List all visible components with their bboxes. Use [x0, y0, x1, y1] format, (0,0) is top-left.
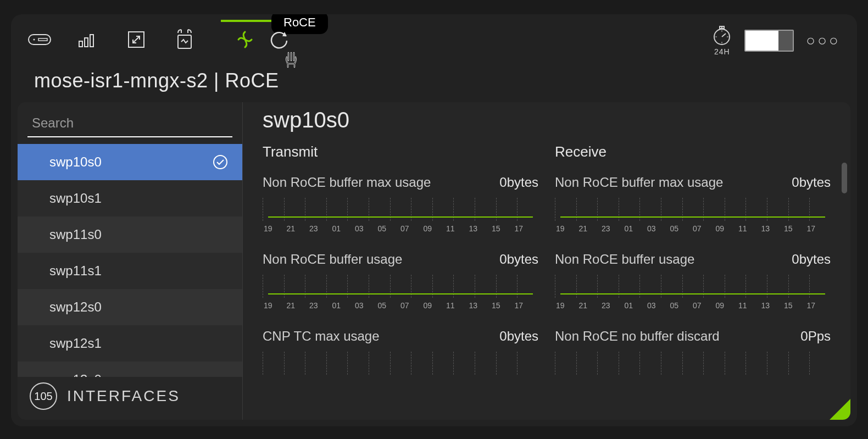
- metric-block: Non RoCE buffer usage0bytes1921230103050…: [263, 252, 538, 310]
- sparkline-xaxis: 192123010305070911131517: [555, 301, 831, 310]
- metric-name: Non RoCE buffer max usage: [263, 175, 431, 190]
- receive-heading: Receive: [555, 143, 831, 160]
- interface-footer-label: INTERFACES: [67, 387, 180, 405]
- time-range-label: 24H: [714, 47, 730, 56]
- resize-corner-icon[interactable]: [830, 399, 850, 420]
- interface-list: swp10s0swp10s1swp11s0swp11s1swp12s0swp12…: [18, 144, 242, 377]
- interface-count-badge: 105: [30, 382, 57, 410]
- interface-row[interactable]: swp13s0: [18, 362, 242, 377]
- metric-value: 0bytes: [792, 252, 831, 267]
- refresh-icon[interactable]: [267, 27, 291, 52]
- more-menu-icon[interactable]: ○○○: [806, 32, 841, 49]
- metric-name: CNP TC max usage: [263, 329, 380, 344]
- interface-row[interactable]: swp10s0: [18, 144, 242, 180]
- metric-name: Non RoCE buffer max usage: [555, 175, 723, 190]
- detail-panel: swp10s0 Transmit Non RoCE buffer max usa…: [243, 102, 850, 420]
- sparkline-chart: [263, 352, 538, 375]
- metric-block: Non RoCE buffer max usage0bytes192123010…: [263, 175, 538, 233]
- time-range-24h[interactable]: 24H: [711, 25, 732, 56]
- svg-rect-3: [79, 41, 82, 47]
- metric-name: Non RoCE buffer usage: [263, 252, 402, 267]
- svg-point-16: [214, 155, 227, 169]
- sparkline-chart: [263, 275, 538, 298]
- interface-row[interactable]: swp12s1: [18, 325, 242, 362]
- transmit-heading: Transmit: [263, 143, 538, 160]
- expand-icon[interactable]: [124, 27, 148, 52]
- svg-line-15: [722, 34, 726, 37]
- view-toggle[interactable]: [744, 30, 794, 52]
- optics-icon[interactable]: [173, 27, 197, 52]
- svg-rect-4: [85, 38, 88, 47]
- sparkline-chart: [555, 275, 831, 298]
- metric-name: Non RoCE buffer usage: [555, 252, 694, 267]
- svg-point-1: [34, 39, 35, 41]
- metric-block: CNP TC max usage0bytes: [263, 329, 538, 375]
- svg-rect-2: [38, 38, 47, 41]
- app-card: RoCE: [11, 14, 857, 426]
- metric-value: 0bytes: [499, 329, 538, 344]
- detail-scrollbar[interactable]: [842, 163, 847, 193]
- metric-block: Non RoCE buffer usage0bytes1921230103050…: [555, 252, 831, 310]
- metric-block: Non RoCE no buffer discard0Pps: [555, 329, 831, 375]
- search-input[interactable]: Search: [27, 112, 232, 137]
- metric-value: 0bytes: [792, 175, 831, 190]
- sparkline-chart: [555, 198, 831, 221]
- roce-icon[interactable]: [233, 27, 257, 52]
- stats-icon[interactable]: [76, 27, 100, 52]
- svg-rect-5: [90, 35, 93, 47]
- interface-row[interactable]: swp11s0: [18, 216, 242, 253]
- sparkline-xaxis: 192123010305070911131517: [263, 224, 538, 233]
- device-icon[interactable]: [27, 27, 52, 52]
- page-title: mose-isr1-mngx-s2 | RoCE: [34, 69, 279, 92]
- metric-name: Non RoCE no buffer discard: [555, 329, 720, 344]
- metric-value: 0bytes: [499, 252, 538, 267]
- interface-sidebar: Search swp10s0swp10s1swp11s0swp11s1swp12…: [18, 102, 243, 420]
- sparkline-chart: [263, 198, 538, 221]
- stopwatch-icon: [711, 25, 732, 46]
- check-icon: [213, 154, 228, 170]
- sparkline-chart: [555, 352, 831, 375]
- sparkline-xaxis: 192123010305070911131517: [555, 224, 831, 233]
- metric-value: 0bytes: [499, 175, 538, 190]
- sparkline-xaxis: 192123010305070911131517: [263, 301, 538, 310]
- interface-row[interactable]: swp11s1: [18, 253, 242, 289]
- interface-title: swp10s0: [263, 108, 831, 132]
- metric-value: 0Pps: [800, 329, 831, 344]
- metric-block: Non RoCE buffer max usage0bytes192123010…: [555, 175, 831, 233]
- interface-row[interactable]: swp10s1: [18, 180, 242, 216]
- interface-row[interactable]: swp12s0: [18, 289, 242, 325]
